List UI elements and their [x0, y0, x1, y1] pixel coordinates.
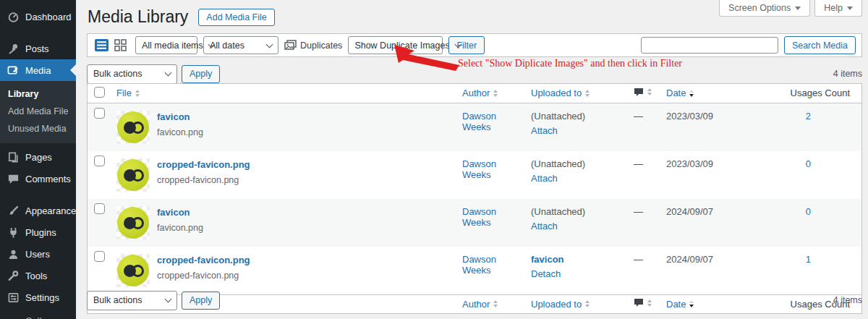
chevron-down-icon	[847, 7, 853, 10]
media-thumbnail[interactable]	[116, 254, 150, 287]
author-link[interactable]: Dawson Weeks	[462, 158, 496, 180]
media-icon	[7, 64, 20, 77]
file-title-link[interactable]: favicon	[157, 111, 203, 123]
sidebar-item-label: Posts	[25, 43, 49, 54]
user-icon	[7, 247, 20, 260]
table-row: favicon favicon.png Dawson Weeks (Unatta…	[88, 103, 861, 151]
sidebar-item-label: Collapse Menu	[25, 315, 76, 319]
sidebar-item-label: Users	[25, 249, 50, 260]
sidebar-item-comments[interactable]: Comments	[0, 168, 76, 190]
file-name: favicon.png	[157, 127, 203, 137]
search-group: Search Media	[641, 36, 856, 54]
comments-value: —	[634, 158, 643, 169]
uploaded-to-link[interactable]: favicon	[531, 254, 564, 265]
pushpin-icon	[7, 42, 20, 55]
author-link[interactable]: Dawson Weeks	[462, 254, 496, 276]
table-row: cropped-favicon.png cropped-favicon.png …	[88, 151, 861, 199]
sidebar-item-posts[interactable]: Posts	[0, 38, 76, 59]
sidebar-item-label: Tools	[25, 271, 47, 281]
file-name: cropped-favicon.png	[157, 175, 250, 185]
search-media-button[interactable]: Search Media	[784, 36, 856, 54]
grid-view-icon[interactable]	[112, 38, 128, 53]
apply-button[interactable]: Apply	[182, 292, 220, 310]
file-title-link[interactable]: cropped-favicon.png	[157, 159, 250, 171]
search-input[interactable]	[641, 37, 778, 54]
sidebar-item-label: Comments	[25, 174, 71, 184]
usages-count-link[interactable]: 1	[806, 254, 811, 265]
detach-link[interactable]: Detach	[531, 268, 619, 279]
sort-date-header[interactable]: Date	[666, 88, 694, 98]
file-title-link[interactable]: cropped-favicon.png	[157, 255, 250, 266]
annotation-arrow	[389, 41, 463, 73]
sidebar-item-dashboard[interactable]: Dashboard	[0, 6, 76, 27]
media-thumbnail[interactable]	[116, 158, 150, 192]
sidebar-item-label: Pages	[25, 152, 52, 163]
sidebar-item-unused-media[interactable]: Unused Media	[0, 120, 76, 137]
comments-value: —	[634, 206, 643, 217]
bulk-actions-select[interactable]: Bulk actions	[87, 291, 177, 310]
sidebar-item-plugins[interactable]: Plugins	[0, 221, 76, 243]
sidebar-item-pages[interactable]: Pages	[0, 146, 76, 168]
table-header-row: File Author Uploaded to Date Usages Coun…	[88, 84, 861, 103]
row-checkbox[interactable]	[94, 108, 105, 119]
date-filter-select[interactable]: All dates	[203, 36, 278, 54]
tablenav-bottom: Bulk actions Apply 4 items	[87, 290, 862, 310]
comments-value: —	[634, 111, 643, 122]
usages-count-link[interactable]: 0	[806, 158, 811, 169]
sidebar-item-users[interactable]: Users	[0, 243, 76, 265]
media-thumbnail[interactable]	[116, 111, 150, 144]
file-name: favicon.png	[157, 223, 203, 233]
sidebar-item-label: Appearance	[25, 205, 76, 216]
bulk-actions-select[interactable]: Bulk actions	[87, 64, 177, 84]
comments-icon	[7, 172, 20, 185]
page-header: Media Library Add Media File	[88, 7, 275, 27]
row-checkbox[interactable]	[94, 203, 105, 214]
screen-options-button[interactable]: Screen Options	[719, 0, 810, 17]
sidebar-item-add-media-file[interactable]: Add Media File	[0, 103, 76, 120]
media-type-select[interactable]: All media items	[135, 36, 197, 54]
items-count: 4 items	[833, 295, 862, 305]
date-value: 2023/03/09	[666, 158, 713, 169]
help-button[interactable]: Help	[814, 0, 862, 17]
sort-comments-header[interactable]	[634, 88, 652, 97]
wrench-icon	[7, 269, 20, 282]
file-title-link[interactable]: favicon	[157, 207, 203, 218]
usages-count-link[interactable]: 2	[806, 111, 811, 122]
select-all-checkbox[interactable]	[94, 87, 105, 98]
author-link[interactable]: Dawson Weeks	[462, 206, 496, 228]
date-value: 2024/09/07	[666, 254, 713, 265]
date-value: 2023/03/09	[666, 111, 713, 122]
row-checkbox[interactable]	[94, 251, 105, 262]
sort-file-header[interactable]: File	[116, 88, 140, 98]
apply-button[interactable]: Apply	[182, 65, 220, 83]
chevron-down-icon	[795, 7, 801, 10]
pages-icon	[7, 150, 20, 163]
page-title: Media Library	[88, 7, 188, 27]
attach-link[interactable]: Attach	[531, 173, 619, 184]
attach-link[interactable]: Attach	[531, 221, 619, 231]
uploaded-to-value: (Unattached)	[531, 206, 585, 217]
row-checkbox[interactable]	[94, 156, 105, 166]
images-stack-icon	[284, 40, 297, 51]
attach-link[interactable]: Attach	[531, 125, 619, 136]
duplicates-label: Duplicates	[284, 40, 342, 51]
sidebar-item-label: Dashboard	[25, 12, 72, 22]
date-value: 2024/09/07	[666, 206, 713, 217]
sidebar-item-collapse-menu[interactable]: Collapse Menu	[0, 315, 76, 319]
media-thumbnail[interactable]	[116, 206, 150, 239]
author-link[interactable]: Dawson Weeks	[462, 111, 496, 132]
sort-author-header[interactable]: Author	[462, 88, 498, 98]
admin-sidebar: Dashboard Posts Media Library Add Media …	[0, 0, 76, 319]
sidebar-item-tools[interactable]: Tools	[0, 265, 76, 286]
sort-uploaded-to-header[interactable]: Uploaded to	[531, 88, 590, 98]
sidebar-item-media[interactable]: Media	[0, 59, 76, 81]
chevron-down-icon	[165, 69, 172, 77]
sidebar-item-label: Plugins	[25, 227, 56, 238]
sidebar-item-library[interactable]: Library	[0, 85, 76, 103]
brush-icon	[7, 204, 20, 217]
add-media-file-button[interactable]: Add Media File	[198, 9, 274, 26]
sidebar-item-appearance[interactable]: Appearance	[0, 200, 76, 221]
usages-count-link[interactable]: 0	[806, 206, 811, 217]
sidebar-item-settings[interactable]: Settings	[0, 286, 76, 308]
list-view-icon[interactable]	[93, 38, 109, 53]
